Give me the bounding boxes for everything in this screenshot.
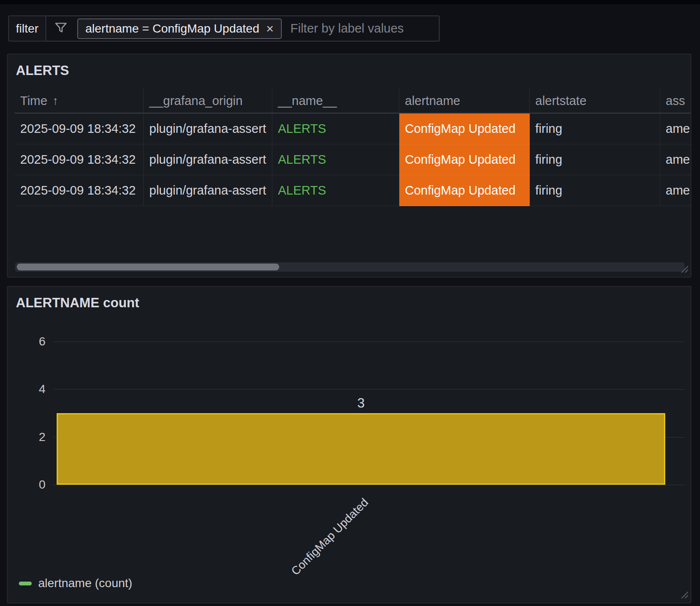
- alerts-panel-title: ALERTS: [16, 63, 69, 78]
- cell-name: ALERTS: [272, 175, 399, 206]
- gridline: [53, 342, 685, 342]
- legend-series-label: alertname (count): [38, 576, 132, 590]
- horizontal-scrollbar-thumb[interactable]: [17, 264, 279, 270]
- cell-alertstate: firing: [530, 114, 660, 144]
- chart-panel-title: ALERTNAME count: [16, 295, 139, 311]
- cell-ass: ame: [660, 175, 691, 206]
- bar[interactable]: 3: [57, 413, 665, 485]
- legend-series-color-dash: [19, 582, 32, 585]
- filter-tag-alertname[interactable]: alertname = ConfigMap Updated ×: [77, 18, 282, 39]
- panel-resize-handle-icon[interactable]: [678, 263, 689, 276]
- cell-time: 2025-09-09 18:34:32: [15, 114, 144, 144]
- cell-name: ALERTS: [272, 144, 399, 175]
- column-header-time-label: Time: [20, 94, 47, 108]
- cell-ass: ame: [660, 114, 691, 144]
- x-axis-tick-label: ConfigMap Updated: [289, 496, 371, 578]
- cell-grafana-origin: plugin/grafana-assert: [144, 114, 272, 144]
- cell-time: 2025-09-09 18:34:32: [15, 175, 144, 206]
- sort-ascending-icon: ↑: [52, 94, 58, 108]
- filter-input-container[interactable]: alertname = ConfigMap Updated ×: [46, 15, 440, 42]
- cell-time: 2025-09-09 18:34:32: [15, 144, 144, 175]
- cell-name: ALERTS: [272, 114, 399, 144]
- cell-alertstate: firing: [530, 144, 660, 175]
- cell-grafana-origin: plugin/grafana-assert: [144, 175, 272, 206]
- alertname-count-panel: ALERTNAME count 3 0246 ConfigMap Updated…: [7, 286, 691, 603]
- gridline: [53, 485, 685, 485]
- filter-tag-text: alertname = ConfigMap Updated: [85, 22, 259, 36]
- column-header-ass[interactable]: ass: [660, 89, 691, 114]
- filter-bar: filter alertname = ConfigMap Updated ×: [8, 15, 440, 42]
- bar-value-label: 3: [58, 396, 664, 411]
- column-header-time[interactable]: Time ↑: [15, 89, 144, 114]
- cell-alertname[interactable]: ConfigMap Updated: [399, 144, 530, 175]
- horizontal-scrollbar-track[interactable]: [15, 262, 685, 272]
- panel-resize-handle-icon[interactable]: [678, 588, 689, 601]
- cell-alertstate: firing: [530, 175, 660, 206]
- y-axis-tick-label: 0: [15, 478, 45, 492]
- y-axis-tick-label: 4: [15, 382, 45, 396]
- funnel-icon: [54, 21, 68, 37]
- cell-grafana-origin: plugin/grafana-assert: [144, 144, 272, 175]
- remove-filter-icon[interactable]: ×: [266, 22, 274, 35]
- gridline: [53, 389, 685, 390]
- bar-chart-plot: 3 0246: [53, 342, 685, 485]
- alerts-table: Time ↑ __grafana_origin __name__ alertna…: [15, 89, 691, 206]
- cell-ass: ame: [660, 144, 691, 175]
- column-header-grafana-origin[interactable]: __grafana_origin: [144, 89, 272, 114]
- filter-field-label: filter: [8, 15, 46, 42]
- y-axis-tick-label: 6: [15, 335, 45, 348]
- cell-alertname[interactable]: ConfigMap Updated: [399, 175, 530, 206]
- column-header-name[interactable]: __name__: [272, 89, 399, 114]
- column-header-alertstate[interactable]: alertstate: [530, 89, 660, 114]
- grafana-dashboard: filter alertname = ConfigMap Updated × A…: [0, 0, 700, 606]
- top-edge-strip: [0, 0, 700, 4]
- cell-alertname[interactable]: ConfigMap Updated: [399, 114, 530, 144]
- column-header-alertname[interactable]: alertname: [399, 89, 530, 114]
- y-axis-tick-label: 2: [15, 430, 45, 444]
- alerts-panel: ALERTS Time ↑ __grafana_origin __name__ …: [7, 54, 691, 278]
- legend-item[interactable]: alertname (count): [19, 576, 132, 590]
- filter-input[interactable]: [290, 21, 439, 36]
